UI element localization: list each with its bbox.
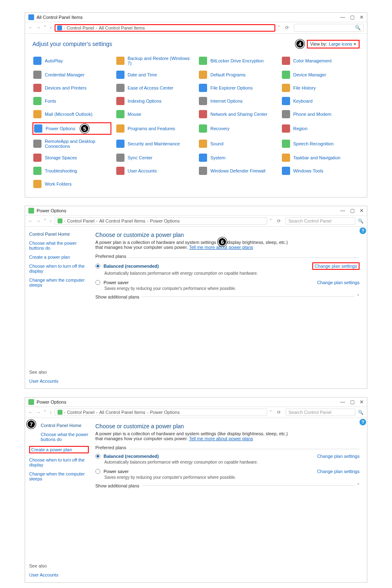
control-panel-item[interactable]: Power Options5 (32, 122, 111, 135)
control-panel-item[interactable]: Keyboard (281, 96, 360, 106)
tell-me-more-link[interactable]: Tell me more about power plans (189, 436, 253, 441)
control-panel-item[interactable]: Sync Center (115, 153, 194, 163)
control-panel-item[interactable]: Default Programs (198, 70, 277, 80)
minimize-button[interactable]: — (340, 14, 345, 20)
control-panel-item[interactable]: Windows Tools (281, 166, 360, 176)
sidebar-home[interactable]: Control Panel Home (29, 232, 89, 237)
control-panel-item[interactable]: Windows Defender Firewall (198, 166, 277, 176)
breadcrumb-segment[interactable]: Control Panel (67, 410, 95, 415)
control-panel-item[interactable]: Storage Spaces (32, 153, 111, 163)
sidebar-link[interactable]: Choose what the power buttons do (29, 241, 89, 250)
control-panel-item[interactable]: Fonts (32, 96, 111, 106)
change-plan-settings-link[interactable]: Change plan settings (317, 469, 360, 474)
sidebar-link[interactable]: Choose when to turn off the display (29, 264, 89, 273)
control-panel-item[interactable]: BitLocker Drive Encryption (198, 55, 277, 67)
breadcrumb-dropdown[interactable]: ˅ (270, 410, 272, 415)
control-panel-item[interactable]: User Accounts (115, 166, 194, 176)
sidebar-link[interactable]: Change when the computer sleeps (29, 278, 89, 287)
radio-power-saver[interactable] (95, 280, 100, 285)
control-panel-item[interactable]: Recovery (198, 122, 277, 135)
breadcrumb-segment[interactable]: All Control Panel Items (99, 410, 145, 415)
control-panel-item[interactable]: Internet Options (198, 96, 277, 106)
control-panel-item[interactable]: AutoPlay (32, 55, 111, 67)
breadcrumb[interactable]: › Control Panel › All Control Panel Item… (55, 217, 267, 225)
control-panel-item[interactable]: RemoteApp and Desktop Connections (32, 138, 111, 149)
control-panel-item[interactable]: Credential Manager (32, 70, 111, 80)
sidebar-link[interactable]: Change when the computer sleeps (29, 471, 89, 481)
recent-locations-button[interactable]: ˅ (44, 410, 46, 415)
control-panel-item[interactable]: Backup and Restore (Windows 7) (115, 55, 194, 67)
minimize-button[interactable]: — (340, 399, 345, 405)
control-panel-item[interactable]: Color Management (281, 55, 360, 67)
control-panel-item[interactable]: File Explorer Options (198, 83, 277, 93)
control-panel-item[interactable]: Programs and Features (115, 122, 194, 135)
minimize-button[interactable]: — (340, 208, 345, 214)
maximize-button[interactable]: ▢ (350, 14, 355, 20)
close-button[interactable]: ✕ (360, 208, 364, 214)
control-panel-item[interactable]: Phone and Modem (281, 109, 360, 119)
chevron-down-icon[interactable]: ˅ (357, 483, 360, 488)
change-plan-settings-link[interactable]: Change plan settings (312, 262, 360, 270)
back-button[interactable]: ← (28, 218, 33, 224)
breadcrumb[interactable]: › Control Panel › All Control Panel Item… (55, 24, 276, 32)
control-panel-item[interactable]: Mail (Microsoft Outlook) (32, 109, 111, 119)
control-panel-item[interactable]: Sound (198, 138, 277, 149)
up-button[interactable]: ↑ (50, 410, 52, 415)
control-panel-item[interactable]: Devices and Printers (32, 83, 111, 93)
control-panel-item[interactable]: Security and Maintenance (115, 138, 194, 149)
sidebar-link[interactable]: Choose what the power buttons do (41, 432, 89, 442)
breadcrumb-segment[interactable]: All Control Panel Items (99, 25, 145, 30)
chevron-down-icon[interactable]: ˅ (357, 294, 360, 299)
breadcrumb-segment[interactable]: Control Panel (67, 25, 94, 30)
sidebar-home[interactable]: Control Panel Home (41, 423, 89, 428)
show-additional-plans[interactable]: Show additional plans (95, 294, 139, 299)
control-panel-item[interactable]: Indexing Options (115, 96, 194, 106)
plan-balanced[interactable]: Balanced (recommended) (104, 454, 314, 459)
control-panel-item[interactable]: Ease of Access Center (115, 83, 194, 93)
breadcrumb-segment[interactable]: Power Options (150, 218, 180, 223)
close-button[interactable]: ✕ (360, 399, 364, 405)
refresh-button[interactable]: ⟳ (274, 218, 283, 225)
maximize-button[interactable]: ▢ (350, 399, 355, 405)
breadcrumb-segment[interactable]: All Control Panel Items (99, 218, 145, 223)
back-button[interactable]: ← (28, 25, 33, 30)
plan-power-saver[interactable]: Power saver (104, 280, 314, 285)
plan-balanced[interactable]: Balanced (recommended) (104, 264, 309, 269)
control-panel-item[interactable]: Region (281, 122, 360, 135)
search-input[interactable]: Search Control Panel (286, 217, 355, 225)
change-plan-settings-link[interactable]: Change plan settings (317, 280, 360, 285)
breadcrumb-segment[interactable]: Power Options (150, 410, 180, 415)
change-plan-settings-link[interactable]: Change plan settings (317, 454, 360, 459)
search-input[interactable]: 🔍 (294, 24, 364, 32)
forward-button[interactable]: → (36, 25, 41, 30)
radio-power-saver[interactable] (95, 469, 100, 474)
breadcrumb-dropdown[interactable]: ˅ (270, 218, 272, 224)
radio-balanced[interactable] (95, 264, 100, 269)
show-additional-plans[interactable]: Show additional plans (95, 483, 139, 488)
control-panel-item[interactable]: Mouse (115, 109, 194, 119)
maximize-button[interactable]: ▢ (350, 208, 355, 214)
up-button[interactable]: ↑ (50, 218, 52, 224)
refresh-button[interactable]: ⟳ (283, 24, 291, 31)
sidebar-link[interactable]: Choose when to turn off the display (29, 457, 89, 467)
breadcrumb-segment[interactable]: Control Panel (67, 218, 95, 223)
view-by-dropdown[interactable]: View by: Large icons ▾ (307, 40, 360, 48)
up-button[interactable]: ↑ (50, 25, 52, 30)
forward-button[interactable]: → (36, 410, 41, 415)
back-button[interactable]: ← (28, 410, 33, 415)
refresh-button[interactable]: ⟳ (274, 409, 283, 416)
control-panel-item[interactable]: System (198, 153, 277, 163)
control-panel-item[interactable]: Speech Recognition (281, 138, 360, 149)
search-input[interactable]: Search Control Panel (286, 409, 355, 416)
control-panel-item[interactable]: Device Manager (281, 70, 360, 80)
control-panel-item[interactable]: Troubleshooting (32, 166, 111, 176)
radio-balanced[interactable] (95, 454, 100, 459)
sidebar-link-user-accounts[interactable]: User Accounts (29, 379, 89, 384)
plan-power-saver[interactable]: Power saver (104, 469, 314, 474)
close-button[interactable]: ✕ (360, 14, 364, 20)
sidebar-link-user-accounts[interactable]: User Accounts (29, 572, 89, 577)
sidebar-link[interactable]: Create a power plan (29, 255, 89, 260)
control-panel-item[interactable]: Network and Sharing Center (198, 109, 277, 119)
recent-locations-button[interactable]: ˅ (44, 25, 46, 30)
recent-locations-button[interactable]: ˅ (44, 218, 46, 224)
